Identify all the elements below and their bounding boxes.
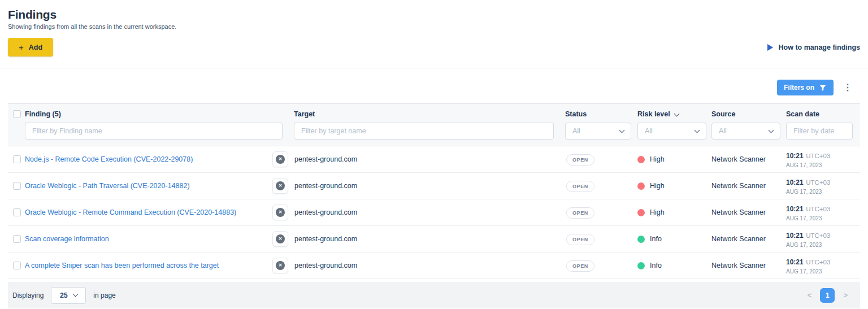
risk-dot	[637, 182, 645, 190]
scan-day: AUG 17, 2023	[786, 188, 860, 197]
select-all-checkbox[interactable]	[13, 110, 21, 118]
risk-cell: Info	[637, 235, 711, 243]
displaying-label: Displaying	[12, 291, 44, 299]
source-filter-select[interactable]: All	[711, 123, 780, 140]
next-page-icon[interactable]: >	[843, 291, 848, 299]
circle-x-icon: ✕	[276, 261, 285, 270]
target-cell: ✕ pentest-ground.com	[272, 204, 565, 220]
target-type-badge[interactable]: ✕	[272, 178, 288, 194]
table-row: A complete Sniper scan has been performe…	[8, 253, 860, 279]
table-body: Node.js - Remote Code Execution (CVE-202…	[8, 146, 860, 279]
status-badge: OPEN	[566, 234, 594, 245]
help-link[interactable]: How to manage findings	[767, 43, 860, 51]
risk-cell: High	[637, 208, 711, 216]
scan-day: AUG 17, 2023	[786, 162, 860, 170]
scan-date-cell: 10:21 UTC+03 AUG 17, 2023	[786, 175, 860, 197]
table-row: Oracle Weblogic - Remote Command Executi…	[8, 199, 860, 226]
table-row: Node.js - Remote Code Execution (CVE-202…	[8, 146, 860, 173]
target-type-badge[interactable]: ✕	[272, 204, 288, 220]
prev-page-icon[interactable]: <	[808, 291, 812, 299]
status-filter-select[interactable]: All	[565, 123, 631, 140]
in-page-label: in page	[93, 291, 115, 299]
finding-link[interactable]: Scan coverage information	[25, 235, 272, 243]
risk-dot	[637, 262, 645, 269]
risk-label: High	[650, 155, 665, 163]
column-scan-date: Scan date	[786, 110, 860, 118]
scan-timezone: UTC+03	[806, 206, 830, 212]
filter-row: All All All	[8, 123, 860, 146]
risk-label: High	[650, 182, 665, 190]
date-filter-input[interactable]	[786, 123, 853, 140]
scan-day: AUG 17, 2023	[786, 215, 860, 223]
actions-row: + Add How to manage findings	[0, 30, 868, 68]
plus-icon: +	[19, 43, 24, 51]
target-cell: ✕ pentest-ground.com	[272, 151, 565, 167]
kebab-menu-icon[interactable]: ⋮	[841, 83, 854, 92]
risk-label: Info	[650, 262, 662, 269]
circle-x-icon: ✕	[276, 181, 285, 190]
risk-dot	[637, 209, 645, 216]
status-badge: OPEN	[566, 207, 594, 219]
target-name: pentest-ground.com	[294, 262, 357, 269]
finding-link[interactable]: Node.js - Remote Code Execution (CVE-202…	[25, 155, 272, 163]
row-checkbox[interactable]	[13, 262, 21, 269]
finding-link[interactable]: Oracle Weblogic - Remote Command Executi…	[25, 208, 272, 216]
scan-time: 10:21	[786, 232, 804, 240]
scan-time: 10:21	[786, 152, 804, 160]
status-filter-value: All	[572, 127, 580, 135]
target-filter-input[interactable]	[294, 123, 554, 140]
column-header-row: Finding (5) Target Status Risk level Sou…	[8, 104, 860, 123]
row-checkbox[interactable]	[13, 208, 21, 216]
row-checkbox[interactable]	[13, 155, 21, 163]
scan-timezone: UTC+03	[806, 179, 830, 186]
scan-day: AUG 17, 2023	[786, 268, 860, 276]
page-size-control: Displaying 25 in page	[12, 287, 116, 304]
filters-button-label: Filters on	[784, 84, 814, 92]
chevron-down-icon	[619, 127, 625, 133]
target-cell: ✕ pentest-ground.com	[272, 178, 565, 194]
page-size-select[interactable]: 25	[51, 287, 86, 304]
status-badge: OPEN	[566, 154, 594, 166]
finding-link[interactable]: A complete Sniper scan has been performe…	[25, 262, 272, 269]
scan-time: 10:21	[786, 258, 804, 266]
filters-button[interactable]: Filters on	[777, 80, 834, 95]
source-cell: Network Scanner	[711, 235, 786, 243]
scan-timezone: UTC+03	[806, 153, 830, 159]
finding-filter-input[interactable]	[25, 123, 283, 140]
target-type-badge[interactable]: ✕	[272, 258, 288, 273]
scan-date-cell: 10:21 UTC+03 AUG 17, 2023	[786, 202, 860, 223]
pagination: < 1 >	[808, 288, 848, 303]
row-checkbox[interactable]	[13, 235, 21, 243]
findings-table: Finding (5) Target Status Risk level Sou…	[8, 103, 860, 279]
risk-filter-value: All	[645, 127, 653, 135]
help-link-label: How to manage findings	[779, 43, 860, 51]
page-size-value: 25	[60, 291, 68, 299]
target-name: pentest-ground.com	[294, 182, 357, 190]
target-type-badge[interactable]: ✕	[272, 231, 288, 247]
page-number-button[interactable]: 1	[820, 288, 835, 303]
scan-timezone: UTC+03	[806, 259, 830, 266]
target-name: pentest-ground.com	[294, 235, 357, 243]
column-source: Source	[711, 110, 786, 118]
risk-label: Info	[650, 235, 662, 243]
scan-timezone: UTC+03	[806, 232, 830, 239]
source-cell: Network Scanner	[711, 155, 786, 163]
scan-date-cell: 10:21 UTC+03 AUG 17, 2023	[786, 149, 860, 170]
target-type-badge[interactable]: ✕	[272, 151, 288, 167]
column-risk-level[interactable]: Risk level	[637, 110, 711, 118]
source-filter-value: All	[719, 127, 727, 135]
chevron-down-icon	[695, 127, 700, 133]
target-name: pentest-ground.com	[294, 155, 357, 163]
table-toolbar: Filters on ⋮	[0, 68, 868, 103]
risk-dot	[637, 236, 645, 243]
add-button[interactable]: + Add	[8, 38, 53, 56]
risk-filter-select[interactable]: All	[637, 123, 706, 140]
scan-day: AUG 17, 2023	[786, 241, 860, 250]
risk-label: High	[650, 208, 665, 216]
finding-link[interactable]: Oracle Weblogic - Path Traversal (CVE-20…	[25, 182, 272, 190]
page-title: Findings	[8, 8, 860, 21]
circle-x-icon: ✕	[276, 208, 285, 217]
row-checkbox[interactable]	[13, 182, 21, 190]
status-badge: OPEN	[566, 260, 594, 272]
page-subtitle: Showing findings from all the scans in t…	[8, 23, 860, 30]
